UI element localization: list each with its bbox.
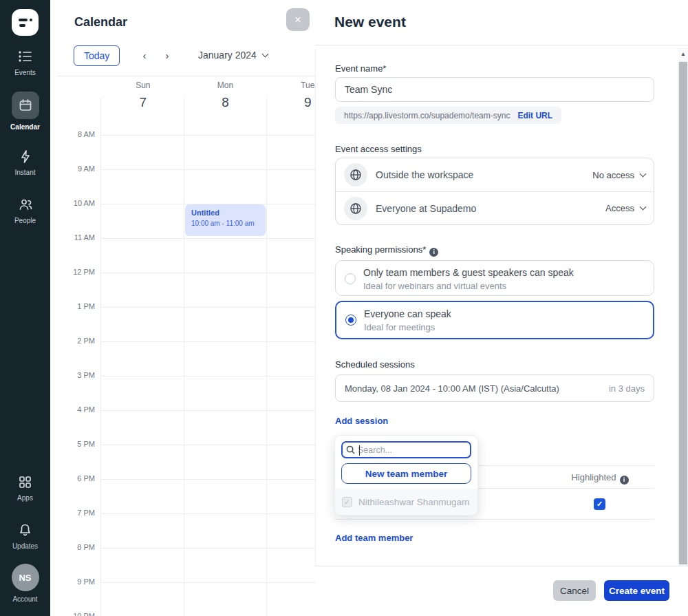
day-column-header[interactable]: Mon 8 xyxy=(184,78,267,110)
sidebar-item-events[interactable]: Events xyxy=(0,48,50,76)
add-team-member-link[interactable]: Add team member xyxy=(335,533,413,543)
today-button[interactable]: Today xyxy=(74,45,120,66)
sidebar-item-people[interactable]: People xyxy=(0,196,50,224)
access-dropdown-workspace[interactable]: Access xyxy=(605,203,645,213)
sidebar-item-instant[interactable]: Instant xyxy=(0,148,50,176)
sidebar-item-label: Updates xyxy=(12,542,38,550)
chevron-down-icon xyxy=(261,50,268,57)
search-field[interactable] xyxy=(341,441,471,458)
sidebar-item-label: People xyxy=(14,217,36,224)
event-time: 10:00 am - 11:00 am xyxy=(191,220,259,227)
event-url-pill: https://app.livestorm.co/supademo/team-s… xyxy=(335,107,561,124)
sidebar-item-label: Calendar xyxy=(10,123,40,131)
calendar-panel: Calendar × Today ‹ › January 2024 Sun 7 … xyxy=(50,0,315,616)
access-row-label: Everyone at Supademo xyxy=(376,203,605,214)
access-row-label: Outside the workspace xyxy=(376,169,592,180)
speaking-permissions-label: Speaking permissions*i xyxy=(335,244,438,257)
hour-label: 7 PM xyxy=(50,509,95,517)
lightning-icon xyxy=(17,148,34,164)
next-month-button[interactable]: › xyxy=(160,49,174,63)
month-label: January 2024 xyxy=(198,50,257,61)
hour-label: 5 PM xyxy=(50,440,95,448)
session-row[interactable]: Monday, 08 Jan 2024 - 10:00 AM (IST) (As… xyxy=(335,374,654,402)
option-subtitle: Ideal for meetings xyxy=(364,322,643,332)
bell-icon xyxy=(17,522,34,538)
speaking-option-everyone[interactable]: Everyone can speak Ideal for meetings xyxy=(335,301,654,339)
sidebar-item-updates[interactable]: Updates xyxy=(0,522,50,550)
scheduled-sessions-label: Scheduled sessions xyxy=(335,359,415,370)
access-row-outside: Outside the workspace No access xyxy=(336,158,654,191)
access-dropdown-outside[interactable]: No access xyxy=(592,170,645,180)
hour-label: 9 PM xyxy=(50,577,95,586)
sidebar-item-label: Events xyxy=(14,69,36,76)
sidebar-item-label: Apps xyxy=(17,494,33,502)
chevron-down-icon xyxy=(640,170,647,177)
option-subtitle: Ideal for webinars and virtual events xyxy=(363,281,644,291)
scrollbar[interactable]: ▲ xyxy=(678,48,688,566)
hour-label: 10 AM xyxy=(50,199,95,207)
scroll-up-icon[interactable]: ▲ xyxy=(678,48,688,61)
calendar-icon xyxy=(12,92,39,119)
list-icon xyxy=(17,48,34,65)
sidebar-item-account[interactable]: NS Account xyxy=(0,564,50,603)
grid-icon xyxy=(17,474,34,490)
highlighted-checkbox-checked[interactable]: ✓ xyxy=(594,498,605,510)
hour-label: 8 PM xyxy=(50,543,95,551)
hour-label: 12 PM xyxy=(50,268,95,276)
header-divider xyxy=(315,45,688,45)
member-option-disabled[interactable]: ✓ Nithileashwar Shanmugam xyxy=(335,489,477,515)
member-option-name: Nithileashwar Shanmugam xyxy=(358,497,469,507)
page-title: New event xyxy=(334,14,406,30)
event-url: https://app.livestorm.co/supademo/team-s… xyxy=(344,111,510,120)
sidebar-item-calendar[interactable]: Calendar xyxy=(0,92,50,131)
sidebar: Events Calendar Instant People Apps Upda… xyxy=(0,0,50,616)
sidebar-item-apps[interactable]: Apps xyxy=(0,474,50,502)
month-selector[interactable]: January 2024 xyxy=(198,50,268,61)
hour-label: 8 AM xyxy=(50,130,95,138)
hour-row[interactable]: 9 PM xyxy=(50,582,315,616)
scrollbar-thumb[interactable] xyxy=(679,62,687,564)
hour-label: 10 PM xyxy=(50,612,95,616)
search-icon xyxy=(346,445,355,454)
access-dropdown-value: Access xyxy=(605,203,634,213)
access-settings-label: Event access settings xyxy=(335,144,422,154)
add-session-link[interactable]: Add session xyxy=(335,416,388,426)
session-datetime: Monday, 08 Jan 2024 - 10:00 AM (IST) (As… xyxy=(345,383,609,394)
highlighted-column-header: Highlightedi xyxy=(559,472,641,485)
day-header-row: Sun 7 Mon 8 Tue 9 xyxy=(102,78,315,110)
edit-url-link[interactable]: Edit URL xyxy=(517,111,552,120)
create-event-button[interactable]: Create event xyxy=(604,580,669,601)
toolbar-divider xyxy=(57,76,315,76)
radio-selected-icon[interactable] xyxy=(345,315,356,326)
close-button[interactable]: × xyxy=(286,8,310,31)
search-input[interactable] xyxy=(358,445,454,455)
hour-label: 1 PM xyxy=(50,302,95,310)
day-column-header[interactable]: Sun 7 xyxy=(102,78,184,110)
cancel-button[interactable]: Cancel xyxy=(553,580,596,601)
event-name-input[interactable] xyxy=(335,77,654,102)
new-event-panel: New event Event name* https://app.livest… xyxy=(315,0,688,616)
livestorm-logo-icon[interactable] xyxy=(12,9,39,36)
calendar-event-untitled[interactable]: Untitled 10:00 am - 11:00 am xyxy=(185,204,266,236)
team-member-dropdown: New team member ✓ Nithileashwar Shanmuga… xyxy=(334,435,478,516)
people-icon xyxy=(17,196,34,213)
avatar: NS xyxy=(12,564,39,591)
new-team-member-button[interactable]: New team member xyxy=(341,463,471,484)
info-icon: i xyxy=(429,248,438,257)
hour-label: 4 PM xyxy=(50,405,95,414)
option-title: Only team members & guest speakers can s… xyxy=(363,267,644,278)
calendar-title: Calendar xyxy=(74,15,127,30)
session-relative-time: in 3 days xyxy=(609,383,645,394)
hour-label: 11 AM xyxy=(50,233,95,242)
access-dropdown-value: No access xyxy=(592,170,634,180)
prev-month-button[interactable]: ‹ xyxy=(138,49,151,63)
access-row-workspace: Everyone at Supademo Access xyxy=(336,191,654,224)
hour-label: 9 AM xyxy=(50,164,95,173)
day-column-header[interactable]: Tue 9 xyxy=(266,78,315,110)
radio-unselected-icon[interactable] xyxy=(345,273,356,284)
text-cursor xyxy=(359,445,360,456)
chevron-down-icon xyxy=(640,204,647,211)
hour-label: 2 PM xyxy=(50,337,95,345)
speaking-option-team-only[interactable]: Only team members & guest speakers can s… xyxy=(335,260,654,296)
event-name-label: Event name* xyxy=(335,63,386,74)
